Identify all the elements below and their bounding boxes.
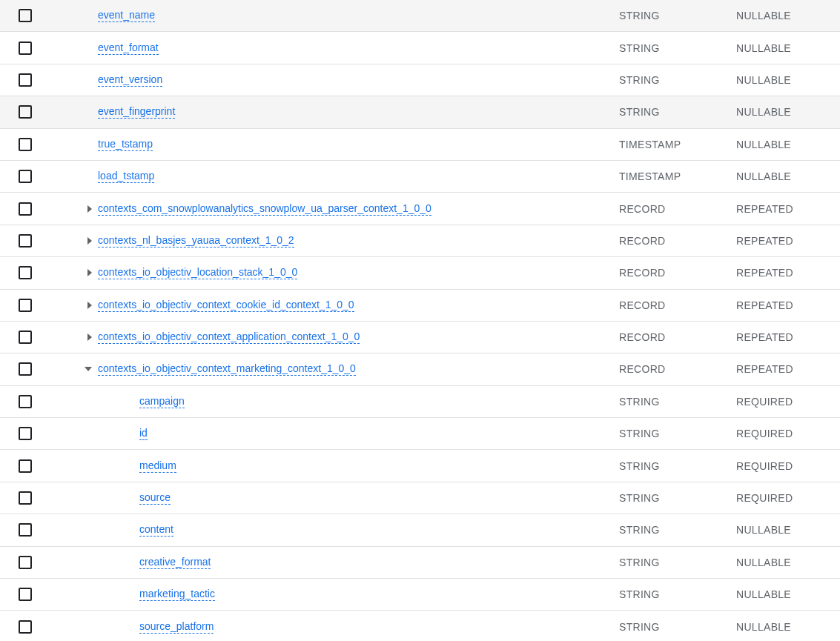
field-type: STRING	[619, 42, 736, 54]
table-row: sourceSTRINGREQUIRED	[0, 482, 840, 514]
field-mode: NULLABLE	[736, 588, 840, 600]
checkbox-cell	[13, 427, 37, 440]
row-checkbox[interactable]	[19, 620, 32, 634]
row-checkbox[interactable]	[19, 523, 32, 537]
row-checkbox[interactable]	[19, 427, 32, 440]
chevron-right-icon[interactable]	[87, 269, 92, 276]
field-type: TIMESTAMP	[619, 139, 736, 150]
table-row: event_fingerprintSTRINGNULLABLE	[0, 96, 840, 128]
field-mode: REQUIRED	[736, 460, 840, 472]
field-mode: REQUIRED	[736, 492, 840, 504]
field-type: RECORD	[619, 267, 736, 279]
field-name-link[interactable]: contexts_io_objectiv_context_application…	[98, 331, 360, 344]
chevron-right-icon[interactable]	[87, 333, 92, 341]
row-checkbox[interactable]	[19, 331, 32, 344]
table-row: contexts_io_objectiv_context_cookie_id_c…	[0, 290, 840, 322]
checkbox-cell	[13, 9, 37, 22]
field-name-link[interactable]: true_tstamp	[98, 138, 153, 151]
field-mode: NULLABLE	[736, 10, 840, 21]
field-name-link[interactable]: event_version	[98, 73, 162, 87]
row-checkbox[interactable]	[19, 266, 32, 279]
checkbox-cell	[13, 362, 37, 376]
field-name-cell: medium	[98, 459, 619, 473]
field-type: RECORD	[619, 203, 736, 215]
expand-cell	[37, 333, 98, 341]
field-name-cell: contexts_io_objectiv_location_stack_1_0_…	[98, 266, 619, 279]
row-checkbox[interactable]	[19, 202, 32, 216]
table-row: idSTRINGREQUIRED	[0, 418, 840, 450]
checkbox-cell	[13, 105, 37, 119]
field-name-link[interactable]: event_fingerprint	[98, 105, 175, 119]
field-name-link[interactable]: contexts_io_objectiv_context_cookie_id_c…	[98, 299, 354, 312]
row-checkbox[interactable]	[19, 459, 32, 473]
field-name-link[interactable]: event_name	[98, 9, 155, 22]
field-name-cell: id	[98, 427, 619, 440]
row-checkbox[interactable]	[19, 138, 32, 151]
field-name-cell: contexts_io_objectiv_context_cookie_id_c…	[98, 299, 619, 312]
field-type: RECORD	[619, 331, 736, 343]
field-name-cell: source_platform	[98, 620, 619, 634]
field-name-link[interactable]: medium	[139, 459, 176, 473]
table-row: event_versionSTRINGNULLABLE	[0, 64, 840, 96]
expand-cell	[37, 367, 98, 371]
field-name-cell: event_fingerprint	[98, 105, 619, 119]
row-checkbox[interactable]	[19, 491, 32, 505]
chevron-down-icon[interactable]	[85, 367, 92, 371]
checkbox-cell	[13, 331, 37, 344]
field-name-link[interactable]: contexts_io_objectiv_context_marketing_c…	[98, 362, 356, 376]
chevron-right-icon[interactable]	[87, 302, 92, 309]
table-row: creative_formatSTRINGNULLABLE	[0, 547, 840, 579]
chevron-right-icon[interactable]	[87, 205, 92, 213]
table-row: contexts_io_objectiv_context_marketing_c…	[0, 353, 840, 385]
row-checkbox[interactable]	[19, 41, 32, 55]
checkbox-cell	[13, 459, 37, 473]
row-checkbox[interactable]	[19, 395, 32, 408]
checkbox-cell	[13, 234, 37, 248]
checkbox-cell	[13, 202, 37, 216]
row-checkbox[interactable]	[19, 234, 32, 248]
row-checkbox[interactable]	[19, 362, 32, 376]
table-row: mediumSTRINGREQUIRED	[0, 450, 840, 482]
field-name-link[interactable]: content	[139, 523, 173, 537]
chevron-right-icon[interactable]	[87, 237, 92, 245]
field-type: STRING	[619, 492, 736, 504]
row-checkbox[interactable]	[19, 105, 32, 119]
field-type: STRING	[619, 10, 736, 21]
field-type: RECORD	[619, 299, 736, 311]
field-name-link[interactable]: source	[139, 491, 171, 505]
field-type: STRING	[619, 621, 736, 633]
table-row: contexts_io_objectiv_location_stack_1_0_…	[0, 257, 840, 289]
field-name-cell: contexts_io_objectiv_context_marketing_c…	[98, 362, 619, 376]
field-type: STRING	[619, 460, 736, 472]
row-checkbox[interactable]	[19, 556, 32, 569]
checkbox-cell	[13, 41, 37, 55]
table-row: marketing_tacticSTRINGNULLABLE	[0, 579, 840, 611]
row-checkbox[interactable]	[19, 9, 32, 22]
table-row: event_nameSTRINGNULLABLE	[0, 0, 840, 32]
field-mode: NULLABLE	[736, 42, 840, 54]
field-name-link[interactable]: contexts_io_objectiv_location_stack_1_0_…	[98, 266, 297, 279]
field-name-link[interactable]: id	[139, 427, 148, 440]
expand-cell	[37, 237, 98, 245]
field-name-link[interactable]: source_platform	[139, 620, 214, 634]
field-name-link[interactable]: creative_format	[139, 556, 211, 569]
table-row: contentSTRINGNULLABLE	[0, 514, 840, 546]
field-name-link[interactable]: contexts_com_snowplowanalytics_snowplow_…	[98, 202, 431, 216]
field-name-link[interactable]: contexts_nl_basjes_yauaa_context_1_0_2	[98, 234, 294, 248]
field-name-link[interactable]: load_tstamp	[98, 170, 154, 183]
table-row: contexts_io_objectiv_context_application…	[0, 322, 840, 353]
row-checkbox[interactable]	[19, 299, 32, 312]
field-mode: REPEATED	[736, 331, 840, 343]
field-name-link[interactable]: campaign	[139, 395, 185, 408]
table-row: load_tstampTIMESTAMPNULLABLE	[0, 161, 840, 193]
field-name-link[interactable]: event_format	[98, 41, 159, 55]
row-checkbox[interactable]	[19, 588, 32, 601]
table-row: contexts_com_snowplowanalytics_snowplow_…	[0, 193, 840, 225]
row-checkbox[interactable]	[19, 73, 32, 87]
row-checkbox[interactable]	[19, 170, 32, 183]
field-type: RECORD	[619, 363, 736, 375]
field-name-link[interactable]: marketing_tactic	[139, 588, 215, 601]
checkbox-cell	[13, 73, 37, 87]
checkbox-cell	[13, 266, 37, 279]
field-name-cell: true_tstamp	[98, 138, 619, 151]
